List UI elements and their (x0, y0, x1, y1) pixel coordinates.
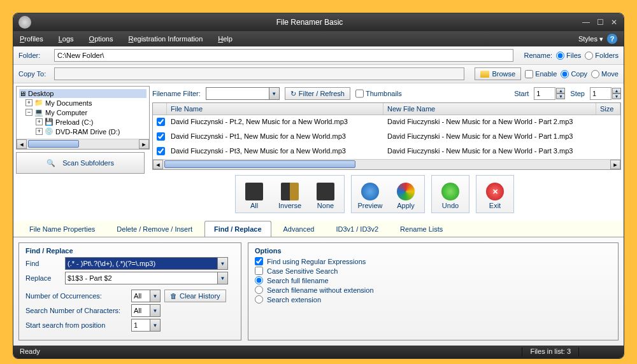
step-up[interactable]: ▲ (612, 88, 621, 94)
app-window: File Renamer Basic — ☐ ✕ Profiles Logs O… (13, 13, 624, 359)
folder-inverse-icon (281, 183, 299, 200)
step-input[interactable] (590, 87, 612, 100)
exit-button[interactable]: ✕Exit (478, 178, 512, 211)
scan-subfolders-button[interactable]: 🔍 Scan Subfolders (16, 152, 145, 174)
tree-toggle[interactable]: + (25, 99, 32, 106)
tree-root[interactable]: 🖥 Desktop (19, 89, 147, 98)
tab-rename-lists[interactable]: Rename Lists (390, 221, 452, 237)
tab-find-replace[interactable]: Find / Replace (204, 221, 271, 237)
find-replace-panel: Find / Replace Find ▼ Replace ▼ Number o… (18, 242, 241, 340)
close-button[interactable]: ✕ (610, 18, 619, 27)
table-row[interactable]: David Fiuczynski - Pt.2, New Music for a… (153, 115, 620, 130)
scan-icon: 🔍 (47, 159, 55, 167)
row-checkbox[interactable] (157, 132, 165, 141)
regex-checkbox[interactable] (255, 257, 263, 265)
computer-icon: 💻 (34, 108, 43, 116)
select-inverse-button[interactable]: Inverse (273, 178, 306, 211)
menu-help[interactable]: Help (218, 35, 233, 43)
filter-input[interactable] (206, 87, 269, 100)
menu-logs[interactable]: Logs (59, 35, 74, 43)
search-num-chars-input[interactable] (131, 304, 150, 317)
menu-profiles[interactable]: Profiles (20, 35, 43, 43)
rename-folders-radio[interactable]: Folders (585, 52, 619, 60)
statusbar: Ready Files in list: 3 (13, 346, 624, 358)
enable-checkbox[interactable]: Enable (525, 70, 557, 78)
search-noext-radio[interactable] (255, 286, 263, 294)
scroll-right-button[interactable]: ► (139, 139, 149, 149)
menu-registration[interactable]: Registration Information (128, 35, 203, 43)
apply-icon (397, 183, 415, 200)
tree-item[interactable]: −💻 My Computer (19, 108, 147, 117)
minimize-button[interactable]: — (582, 18, 590, 27)
preview-icon (361, 183, 379, 200)
folder-input[interactable] (54, 49, 513, 62)
tab-delete-remove[interactable]: Delete / Remove / Insert (107, 221, 202, 237)
replace-dropdown[interactable]: ▼ (218, 272, 228, 284)
tree-toggle[interactable]: − (25, 109, 32, 116)
menu-options[interactable]: Options (89, 35, 113, 43)
num-occurrences-input[interactable] (131, 290, 150, 302)
col-checkbox[interactable] (153, 103, 167, 115)
col-size[interactable]: Size (596, 103, 620, 115)
start-down[interactable]: ▼ (556, 94, 565, 99)
move-radio[interactable]: Move (591, 70, 619, 78)
folder-toolbar: Folder: Rename: Files Folders (13, 46, 624, 65)
status-ready: Ready (20, 347, 522, 356)
row-checkbox[interactable] (157, 147, 165, 155)
copy-radio[interactable]: Copy (561, 70, 587, 78)
col-newfilename[interactable]: New File Name (383, 103, 596, 115)
replace-input[interactable] (65, 272, 218, 284)
filter-dropdown[interactable]: ▼ (269, 87, 280, 100)
apply-button[interactable]: Apply (389, 178, 422, 211)
search-full-radio[interactable] (255, 276, 263, 284)
start-position-input[interactable] (131, 319, 150, 332)
menu-styles[interactable]: Styles ▾ (578, 35, 603, 43)
preview-button[interactable]: Preview (354, 178, 387, 211)
scroll-left-button[interactable]: ◄ (17, 139, 27, 149)
start-up[interactable]: ▲ (556, 88, 565, 94)
col-filename[interactable]: File Name (167, 103, 383, 115)
search-ext-radio[interactable] (255, 295, 263, 304)
filter-refresh-button[interactable]: ↻Filter / Refresh (285, 87, 350, 100)
exit-icon: ✕ (486, 183, 504, 200)
case-checkbox[interactable] (255, 267, 263, 275)
rename-label: Rename: (524, 52, 552, 59)
titlebar: File Renamer Basic — ☐ ✕ (13, 13, 624, 31)
tree-item[interactable]: +💿 DVD-RAM Drive (D:) (19, 127, 147, 136)
step-down[interactable]: ▼ (612, 94, 621, 99)
window-title: File Renamer Basic (38, 18, 582, 27)
select-none-button[interactable]: None (309, 178, 342, 211)
grid-scroll-left[interactable]: ◄ (153, 160, 163, 169)
undo-button[interactable]: Undo (434, 178, 467, 211)
tree-toggle[interactable]: + (36, 118, 43, 125)
grid-scroll-right[interactable]: ► (610, 160, 620, 169)
tree-toggle[interactable]: + (36, 128, 43, 135)
menubar: Profiles Logs Options Registration Infor… (13, 31, 624, 46)
tab-advanced[interactable]: Advanced (274, 221, 324, 237)
browse-button[interactable]: Browse (475, 67, 521, 80)
start-label: Start (514, 90, 529, 97)
desktop-icon: 🖥 (19, 90, 26, 97)
tree-item[interactable]: +💾 Preload (C:) (19, 117, 147, 127)
start-input[interactable] (534, 87, 555, 100)
help-icon[interactable]: ? (607, 34, 617, 44)
table-row[interactable]: David Fiuczynski - Pt3, New Music for a … (153, 144, 620, 159)
find-dropdown[interactable]: ▼ (218, 257, 228, 270)
filter-label: Filename Filter: (152, 90, 201, 97)
tab-filename-properties[interactable]: File Name Properties (20, 221, 104, 237)
trash-icon: 🗑 (170, 292, 177, 300)
rename-files-radio[interactable]: Files (556, 52, 581, 60)
clear-history-button[interactable]: 🗑Clear History (164, 290, 226, 302)
tab-id3[interactable]: ID3v1 / ID3v2 (326, 221, 388, 237)
maximize-button[interactable]: ☐ (596, 18, 605, 27)
scroll-thumb[interactable] (28, 140, 79, 148)
tree-item[interactable]: +📁 My Documents (19, 98, 147, 108)
select-all-button[interactable]: All (238, 178, 271, 211)
copyto-input[interactable] (54, 67, 464, 80)
find-input[interactable] (65, 257, 218, 270)
row-checkbox[interactable] (157, 118, 165, 126)
grid-scroll-thumb[interactable] (164, 160, 355, 168)
dvd-icon: 💿 (45, 127, 54, 136)
thumbnails-checkbox[interactable]: Thumbnails (355, 87, 402, 100)
table-row[interactable]: David Fiuczynski - Pt1, New Music for a … (153, 130, 620, 144)
